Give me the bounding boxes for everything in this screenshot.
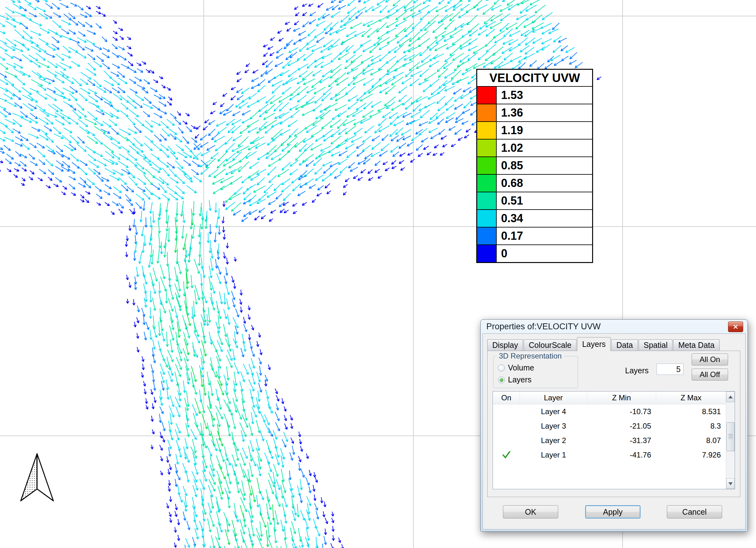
tab-panel-layers: 3D Representation VolumeLayers Layers Al… xyxy=(487,351,740,497)
layer-zmax: 8.07 xyxy=(656,436,726,445)
groupbox-title: 3D Representation xyxy=(497,352,564,361)
legend-row: 1.36 xyxy=(477,104,592,121)
legend-color-swatch xyxy=(477,157,497,174)
legend-title: VELOCITY UVW xyxy=(477,70,592,87)
legend-row: 0.17 xyxy=(477,227,592,244)
legend-color-swatch xyxy=(477,210,497,227)
legend-rows: 1.531.361.191.020.850.680.510.340.170 xyxy=(477,87,592,262)
legend-row: 1.02 xyxy=(477,139,592,156)
legend-value: 1.02 xyxy=(497,139,592,156)
layer-zmin: -10.73 xyxy=(587,407,656,416)
3d-representation-groupbox: 3D Representation VolumeLayers xyxy=(493,356,578,388)
radio-button-icon xyxy=(498,365,505,372)
legend-color-swatch xyxy=(477,104,497,121)
scrollbar-up-button[interactable] xyxy=(726,392,735,402)
layer-name: Layer 4 xyxy=(520,407,587,416)
legend-value: 0.51 xyxy=(497,192,592,209)
layer-zmin: -21.05 xyxy=(587,422,656,431)
tab-meta-data[interactable]: Meta Data xyxy=(673,339,719,351)
layer-row[interactable]: Layer 3-21.058.3 xyxy=(493,419,726,433)
legend-value: 0.68 xyxy=(497,175,592,192)
legend-color-swatch xyxy=(477,227,497,244)
up-arrow-icon xyxy=(728,396,733,399)
legend-color-swatch xyxy=(477,122,497,139)
table-header-row: OnLayerZ MinZ Max xyxy=(493,392,726,404)
close-button[interactable] xyxy=(728,322,743,332)
legend-row: 0.51 xyxy=(477,192,592,209)
tab-spatial[interactable]: Spatial xyxy=(639,339,672,351)
radio-label: Layers xyxy=(508,375,532,384)
tab-layers[interactable]: Layers xyxy=(577,337,611,351)
layer-name: Layer 1 xyxy=(520,451,587,459)
cancel-button[interactable]: Cancel xyxy=(667,505,722,518)
layer-name: Layer 2 xyxy=(520,436,587,445)
column-header-z-min[interactable]: Z Min xyxy=(587,392,656,404)
legend-color-swatch xyxy=(477,192,497,209)
legend-row: 0.85 xyxy=(477,156,592,174)
legend-color-swatch xyxy=(477,175,497,192)
legend-color-swatch xyxy=(477,87,497,104)
radio-option-volume[interactable]: Volume xyxy=(498,363,534,372)
legend-color-swatch xyxy=(477,139,497,156)
scrollbar-down-button[interactable] xyxy=(726,478,735,489)
legend-value: 1.36 xyxy=(497,104,592,121)
legend-value: 1.19 xyxy=(497,122,592,139)
column-header-layer[interactable]: Layer xyxy=(520,392,587,404)
layer-zmax: 8.3 xyxy=(656,422,726,431)
radio-option-layers[interactable]: Layers xyxy=(498,375,532,384)
tab-display[interactable]: Display xyxy=(487,339,523,351)
layers-table: OnLayerZ MinZ Max Layer 4-10.738.531Laye… xyxy=(493,391,735,489)
layers-count-input[interactable] xyxy=(656,364,683,375)
down-arrow-icon xyxy=(728,482,733,485)
dialog-title: Properties of:VELOCITY UVW xyxy=(486,322,601,332)
properties-dialog: Properties of:VELOCITY UVW DisplayColour… xyxy=(480,319,748,532)
legend-value: 0 xyxy=(497,245,592,262)
scrollbar-thumb[interactable] xyxy=(726,422,735,451)
legend-row: 0.34 xyxy=(477,209,592,227)
legend-row: 0 xyxy=(477,244,592,262)
north-arrow-icon xyxy=(18,451,56,503)
layers-count-label: Layers xyxy=(625,366,649,375)
tab-data[interactable]: Data xyxy=(611,339,638,351)
layer-zmin: -31.37 xyxy=(587,436,656,445)
ok-button[interactable]: OK xyxy=(503,505,558,518)
table-scrollbar[interactable] xyxy=(726,392,735,489)
legend-value: 1.53 xyxy=(497,87,592,104)
legend-row: 0.68 xyxy=(477,174,592,192)
legend-value: 0.85 xyxy=(497,157,592,174)
legend-color-swatch xyxy=(477,245,497,262)
apply-button[interactable]: Apply xyxy=(585,505,640,518)
dialog-body: DisplayColourScaleLayersDataSpatialMeta … xyxy=(483,334,746,529)
legend-value: 0.17 xyxy=(497,227,592,244)
all-on-button[interactable]: All On xyxy=(692,354,728,366)
tab-colourscale[interactable]: ColourScale xyxy=(524,339,576,351)
velocity-legend: VELOCITY UVW 1.531.361.191.020.850.680.5… xyxy=(476,69,593,263)
all-off-button[interactable]: All Off xyxy=(692,369,728,381)
close-icon xyxy=(733,324,738,329)
layer-on-check-icon[interactable] xyxy=(493,451,520,459)
column-header-on[interactable]: On xyxy=(493,392,520,404)
radio-label: Volume xyxy=(508,363,534,372)
dialog-titlebar[interactable]: Properties of:VELOCITY UVW xyxy=(483,320,746,334)
layer-zmax: 8.531 xyxy=(656,407,726,416)
layer-name: Layer 3 xyxy=(520,422,587,431)
tab-strip: DisplayColourScaleLayersDataSpatialMeta … xyxy=(487,337,720,351)
column-header-z-max[interactable]: Z Max xyxy=(656,392,726,404)
legend-value: 0.34 xyxy=(497,210,592,227)
layer-row[interactable]: Layer 1-41.767.926 xyxy=(493,448,726,462)
scrollbar-grip-icon xyxy=(728,434,733,439)
legend-row: 1.19 xyxy=(477,121,592,139)
table-rows: Layer 4-10.738.531Layer 3-21.058.3Layer … xyxy=(493,404,735,462)
layer-row[interactable]: Layer 2-31.378.07 xyxy=(493,433,726,448)
layer-zmin: -41.76 xyxy=(587,451,656,459)
legend-row: 1.53 xyxy=(477,87,592,104)
layer-row[interactable]: Layer 4-10.738.531 xyxy=(493,404,726,419)
radio-button-icon xyxy=(498,377,505,383)
layer-zmax: 7.926 xyxy=(656,451,726,459)
